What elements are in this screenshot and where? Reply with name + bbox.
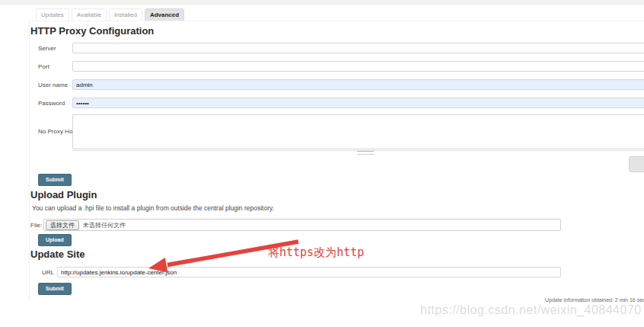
update-info-status: Update information obtained: 2 min 16 se… [545, 297, 644, 303]
no-proxy-host-label: No Proxy Host [38, 128, 78, 135]
top-strip [0, 0, 644, 5]
jenkins-plugin-manager-advanced-page: { "tabs": { "items": [ {"label": "Update… [0, 0, 644, 327]
tab-advanced[interactable]: Advanced [145, 8, 184, 21]
url-label: URL [42, 269, 54, 276]
pane-top-border [29, 21, 644, 21]
file-label: File: [30, 222, 42, 229]
file-input[interactable]: 选择文件 未选择任何文件 [43, 219, 561, 231]
update-site-submit-button[interactable]: Submit [38, 283, 72, 295]
tab-installed[interactable]: Installed [109, 8, 142, 21]
server-input[interactable] [72, 43, 644, 53]
no-proxy-host-textarea[interactable] [72, 114, 644, 149]
upload-plugin-title: Upload Plugin [30, 189, 97, 200]
password-label: Password [38, 100, 65, 107]
port-label: Port [38, 63, 49, 70]
textarea-resize-grip[interactable] [72, 150, 644, 155]
annotation-text: 将https改为http [268, 245, 364, 260]
port-input[interactable] [72, 61, 644, 72]
upload-button[interactable]: Upload [38, 234, 72, 246]
tab-updates[interactable]: Updates [36, 8, 69, 21]
grip-handle-icon [357, 151, 374, 155]
username-label: User name [38, 82, 68, 88]
server-label: Server [38, 45, 56, 52]
no-file-chosen-text: 未选择任何文件 [83, 221, 126, 229]
update-site-title: Update Site [30, 248, 85, 260]
plugin-manager-tabbar: Updates Available Installed Advanced [36, 8, 184, 21]
csdn-watermark: https://blog.csdn.net/weixin_40844070 [420, 303, 642, 317]
validate-proxy-button-cutoff[interactable] [629, 156, 644, 172]
pane-left-border [29, 21, 30, 300]
proxy-section-title: HTTP Proxy Configuration [30, 25, 154, 37]
proxy-submit-button[interactable]: Submit [38, 174, 72, 186]
choose-file-button[interactable]: 选择文件 [46, 220, 79, 230]
tab-available[interactable]: Available [72, 8, 107, 21]
username-input[interactable] [72, 79, 644, 90]
upload-plugin-description: You can upload a .hpi file to install a … [32, 204, 274, 212]
password-input[interactable] [72, 98, 644, 108]
